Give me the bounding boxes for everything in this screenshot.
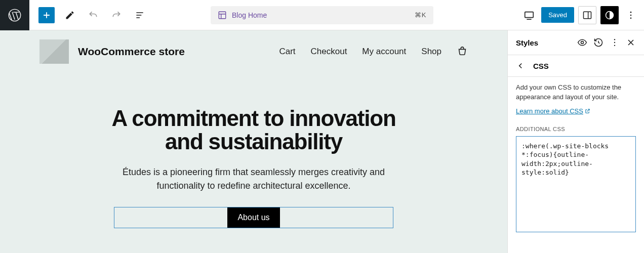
cart-icon[interactable] [457, 46, 468, 57]
sidebar-title: Styles [516, 38, 538, 47]
styles-sidebar: Styles CSS Add your own CSS to customize… [507, 30, 644, 253]
undo-button[interactable] [85, 7, 101, 23]
revisions-icon[interactable] [593, 37, 603, 48]
hero-paragraph[interactable]: Études is a pioneering firm that seamles… [107, 165, 400, 193]
eye-icon[interactable] [577, 37, 587, 48]
svg-point-10 [614, 42, 615, 43]
document-bar[interactable]: Blog Home ⌘K [211, 6, 433, 24]
sidebar-breadcrumb: CSS [508, 55, 644, 77]
list-view-button[interactable] [132, 7, 148, 23]
svg-point-6 [630, 14, 632, 16]
more-menu-button[interactable] [623, 7, 639, 23]
svg-point-11 [614, 45, 615, 46]
chevron-left-icon[interactable] [516, 61, 525, 70]
additional-css-input[interactable] [516, 136, 636, 232]
site-header: WooCommerce store Cart Checkout My accou… [0, 30, 507, 64]
hero-heading[interactable]: A commitment to innovation and sustainab… [20, 107, 487, 153]
toolbar-right: Saved [521, 6, 639, 24]
about-us-button[interactable]: About us [227, 207, 279, 228]
preview-canvas[interactable]: WooCommerce store Cart Checkout My accou… [0, 30, 507, 253]
edit-tool-button[interactable] [62, 7, 78, 23]
template-icon [218, 11, 227, 20]
nav-item-cart[interactable]: Cart [279, 47, 295, 57]
shortcut-hint: ⌘K [415, 11, 426, 19]
nav-item-checkout[interactable]: Checkout [311, 47, 347, 57]
wordpress-icon [8, 8, 22, 22]
additional-css-label: Additional CSS [516, 126, 636, 132]
view-desktop-button[interactable] [521, 7, 537, 23]
svg-rect-2 [525, 12, 534, 17]
document-title: Blog Home [232, 11, 267, 19]
site-logo-placeholder[interactable] [39, 39, 69, 64]
sidebar-header: Styles [508, 30, 644, 55]
site-title[interactable]: WooCommerce store [78, 46, 185, 58]
nav-item-shop[interactable]: Shop [421, 47, 441, 57]
svg-point-5 [630, 11, 632, 13]
saved-button[interactable]: Saved [541, 7, 574, 23]
undo-icon [88, 10, 98, 20]
close-icon[interactable] [626, 37, 636, 48]
editor-body: WooCommerce store Cart Checkout My accou… [0, 30, 644, 253]
add-block-button[interactable] [38, 7, 55, 23]
selected-buttons-block[interactable]: About us [114, 207, 393, 228]
contrast-icon [605, 10, 615, 20]
hero-section: A commitment to innovation and sustainab… [0, 107, 507, 228]
settings-sidebar-toggle[interactable] [578, 6, 596, 24]
dots-vertical-icon[interactable] [610, 37, 620, 48]
toolbar-left [38, 7, 148, 23]
editor-toolbar: Blog Home ⌘K Saved [0, 0, 644, 30]
wordpress-logo[interactable] [0, 0, 29, 30]
learn-more-link[interactable]: Learn more about CSS [516, 107, 590, 115]
breadcrumb-label: CSS [533, 62, 549, 70]
css-description: Add your own CSS to customize the appear… [516, 83, 636, 102]
redo-button[interactable] [108, 7, 125, 23]
site-nav: Cart Checkout My account Shop [279, 46, 468, 57]
sidebar-body: Add your own CSS to customize the appear… [508, 77, 644, 240]
svg-rect-1 [219, 12, 226, 19]
nav-item-account[interactable]: My account [362, 47, 406, 57]
svg-point-8 [581, 41, 584, 44]
external-link-icon [585, 108, 590, 114]
dots-vertical-icon [626, 10, 636, 20]
redo-icon [111, 10, 122, 20]
svg-rect-3 [584, 12, 591, 18]
styles-button[interactable] [600, 6, 619, 24]
list-icon [135, 10, 145, 20]
svg-point-9 [614, 39, 615, 40]
svg-point-7 [630, 17, 632, 19]
pencil-icon [65, 10, 75, 20]
desktop-icon [524, 10, 535, 21]
plus-icon [42, 10, 52, 20]
sidebar-icon [582, 10, 592, 20]
